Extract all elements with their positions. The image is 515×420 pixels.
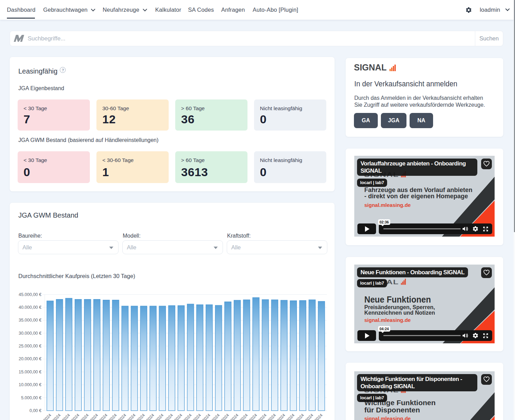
svg-text:45.000,00 €: 45.000,00 € bbox=[19, 292, 41, 297]
svg-text:15.000,00 €: 15.000,00 € bbox=[19, 370, 41, 374]
svg-text:25.000,00 €: 25.000,00 € bbox=[19, 344, 41, 349]
svg-text:5.000,00 €: 5.000,00 € bbox=[21, 395, 41, 400]
svg-text:35.000,00 €: 35.000,00 € bbox=[19, 318, 41, 323]
svg-text:10.000,00 €: 10.000,00 € bbox=[19, 382, 41, 387]
svg-text:0,00 €: 0,00 € bbox=[29, 408, 41, 413]
svg-text:40.000,00 €: 40.000,00 € bbox=[19, 305, 41, 310]
svg-text:20.000,00 €: 20.000,00 € bbox=[19, 356, 41, 361]
svg-text:30.000,00 €: 30.000,00 € bbox=[19, 331, 41, 336]
svg-text:SIGNAL: SIGNAL bbox=[354, 64, 386, 71]
svg-text:13.11.2024: 13.11.2024 bbox=[34, 413, 52, 420]
